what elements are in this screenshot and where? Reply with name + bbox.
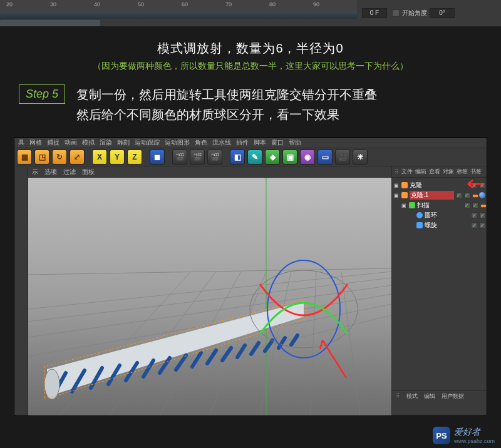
visibility-toggle[interactable]: ✓ <box>479 182 485 188</box>
step-text: 复制一份，然后用旋转工具使两组克隆交错分开不重叠 然后给个不同颜色的材质球区分开… <box>76 84 482 125</box>
menu-item[interactable]: 雕刻 <box>117 138 130 147</box>
visibility-toggle[interactable]: ✓ <box>464 192 470 198</box>
watermark: PS 爱好者 www.psahz.com <box>433 427 495 444</box>
view-menu-item[interactable]: 面板 <box>82 168 95 176</box>
panel-tab[interactable]: 编辑 <box>415 168 426 176</box>
panel-tab[interactable]: 查看 <box>429 168 440 176</box>
visibility-toggle[interactable]: ✓ <box>479 212 485 218</box>
axis-x-button[interactable]: X <box>92 150 107 165</box>
tool-axis-icon[interactable]: ◳ <box>34 150 49 165</box>
step-row: Step 5 复制一份，然后用旋转工具使两组克隆交错分开不重叠 然后给个不同颜色… <box>0 82 501 133</box>
attr-tab[interactable]: 模式 <box>406 392 418 400</box>
panel-tab[interactable]: 文件 <box>401 168 413 176</box>
panel-tab[interactable]: 标签 <box>457 168 468 176</box>
light-icon[interactable]: ☀ <box>353 150 368 165</box>
visibility-toggle[interactable]: ✓ <box>456 192 462 198</box>
viewport-svg <box>28 178 391 415</box>
menu-item[interactable]: 运动跟踪 <box>135 138 160 147</box>
generator-icon[interactable]: ◆ <box>265 150 280 165</box>
viewport-column: 示 选项 过滤 面板 <box>28 166 391 415</box>
brush-icon[interactable]: ✎ <box>247 150 262 165</box>
clapper-icon[interactable]: 🎬 <box>172 150 187 165</box>
attribute-tabs: ⠿ 模式 编辑 用户数据 <box>392 391 487 401</box>
tool-select-icon[interactable]: ▦ <box>17 150 32 165</box>
visibility-toggle[interactable]: ✓ <box>464 202 470 208</box>
start-angle-field[interactable]: 0° <box>430 8 455 18</box>
primitive-cube-icon[interactable]: ◧ <box>230 150 245 165</box>
view-menu-item[interactable]: 选项 <box>44 168 57 176</box>
menu-item[interactable]: 插件 <box>236 138 249 147</box>
visibility-toggle[interactable]: ✓ <box>472 202 478 208</box>
start-angle-label: 开始角度 <box>402 9 427 18</box>
tree-item-clone[interactable]: ▣ 克隆 ✓ ✓ <box>393 180 485 190</box>
menu-item[interactable]: 渲染 <box>100 138 112 147</box>
timeline-ruler[interactable]: 20 30 40 50 60 70 80 90 <box>0 0 357 11</box>
axis-z-button[interactable]: Z <box>127 150 142 165</box>
tree-label: 克隆 <box>410 181 469 190</box>
panel-tab[interactable]: 对象 <box>443 168 454 176</box>
clapper-icon[interactable]: 🎬 <box>207 150 222 165</box>
tree-item-clone-1[interactable]: ▣ 克隆.1 ✓ ✓ ●● <box>393 190 485 200</box>
material-tag-icon[interactable] <box>479 192 485 198</box>
menu-item[interactable]: 捕捉 <box>47 138 59 147</box>
watermark-url: www.psahz.com <box>454 438 495 444</box>
tree-item-circle[interactable]: 圆环 ✓ ✓ <box>393 210 485 220</box>
view-menu-item[interactable]: 示 <box>32 168 38 176</box>
menu-item[interactable]: 脚本 <box>254 138 266 147</box>
menu-item[interactable]: 窗口 <box>271 138 284 147</box>
plane-icon[interactable]: ▭ <box>318 150 333 165</box>
menu-item[interactable]: 角色 <box>195 138 207 147</box>
tree-label: 扫描 <box>417 201 462 210</box>
tree-toggle-icon[interactable]: ▣ <box>393 193 400 198</box>
tick: 50 <box>138 1 144 8</box>
step-line-2: 然后给个不同颜色的材质球区分开，看一下效果 <box>76 104 482 125</box>
menu-item[interactable]: 具 <box>18 138 24 147</box>
camera-icon[interactable]: 🎥 <box>335 150 350 165</box>
menu-item[interactable]: 动画 <box>65 138 77 147</box>
tag-dots-icon[interactable]: ●● <box>480 202 485 209</box>
tree-toggle-icon[interactable]: ▣ <box>401 203 407 208</box>
c4d-window: 具 网格 捕捉 动画 模拟 渲染 雕刻 运动跟踪 运动图形 角色 流水线 插件 … <box>14 137 487 416</box>
menubar: 具 网格 捕捉 动画 模拟 渲染 雕刻 运动跟踪 运动图形 角色 流水线 插件 … <box>14 138 487 148</box>
deformer-icon[interactable]: ▣ <box>282 150 297 165</box>
view-menu-item[interactable]: 过滤 <box>63 168 76 176</box>
tag-dots-icon[interactable]: ●● <box>472 192 477 199</box>
tree-item-sweep[interactable]: ▣ 扫描 ✓ ✓ ●● <box>393 200 485 210</box>
viewport-3d[interactable] <box>28 178 391 415</box>
watermark-text-group: 爱好者 www.psahz.com <box>454 427 495 444</box>
tool-rotate-icon[interactable]: ↻ <box>52 150 67 165</box>
visibility-toggle[interactable]: ✓ <box>471 182 477 188</box>
clapper-icon[interactable]: 🎬 <box>190 150 205 165</box>
tick: 30 <box>50 1 56 8</box>
cube-icon[interactable]: ◼ <box>150 150 165 165</box>
tree-item-helix[interactable]: 螺旋 ✓ ✓ <box>393 220 485 230</box>
frame-field[interactable]: 0 F <box>362 8 387 18</box>
visibility-toggle[interactable]: ✓ <box>471 212 477 218</box>
timeline-range-pill[interactable] <box>0 20 100 26</box>
app-body: 示 选项 过滤 面板 <box>14 166 487 415</box>
step-line-1: 复制一份，然后用旋转工具使两组克隆交错分开不重叠 <box>76 84 482 104</box>
tree-toggle-icon[interactable]: ▣ <box>393 183 400 188</box>
array-icon[interactable]: ◉ <box>300 150 315 165</box>
menu-item[interactable]: 帮助 <box>289 138 301 147</box>
attribute-manager: ⠿ 模式 编辑 用户数据 <box>392 390 487 415</box>
tick: 20 <box>6 1 13 8</box>
attr-tab[interactable]: 编辑 <box>424 392 435 400</box>
menu-item[interactable]: 模拟 <box>82 138 95 147</box>
menu-item[interactable]: 网格 <box>29 138 42 147</box>
tool-scale-icon[interactable]: ⤢ <box>70 150 85 165</box>
menu-item[interactable]: 运动图形 <box>165 138 190 147</box>
helix-spline-icon <box>416 222 423 228</box>
panel-tab[interactable]: 书签 <box>470 168 482 176</box>
attr-tab[interactable]: 用户数据 <box>442 392 464 400</box>
axis-y-button[interactable]: Y <box>110 150 125 165</box>
tree-label: 圆环 <box>425 211 469 220</box>
instruction-line-1: 模式调放射，数量为6，半径为0 <box>19 40 482 57</box>
visibility-toggle[interactable]: ✓ <box>471 222 477 228</box>
main-toolbar: ▦ ◳ ↻ ⤢ X Y Z ◼ 🎬 🎬 🎬 ◧ ✎ ◆ ▣ ◉ ▭ 🎥 ☀ <box>14 148 487 166</box>
timeline-bar[interactable] <box>0 11 357 19</box>
panel-spacer <box>392 233 487 390</box>
visibility-toggle[interactable]: ✓ <box>479 222 485 228</box>
instruction-line-2: （因为要做两种颜色，所以数量只能是总数一半，这里大家可以思考一下为什么） <box>19 61 482 72</box>
menu-item[interactable]: 流水线 <box>212 138 231 147</box>
